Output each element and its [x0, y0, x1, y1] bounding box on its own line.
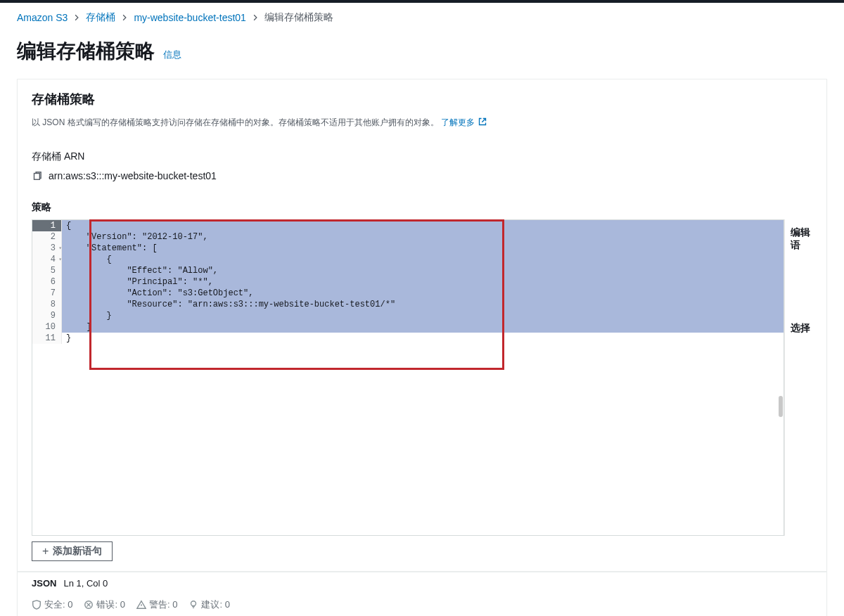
code-line[interactable]: }	[62, 310, 784, 321]
shield-icon	[32, 600, 41, 610]
info-link[interactable]: 信息	[163, 49, 181, 61]
diag-suggestions-text: 建议: 0	[201, 598, 229, 611]
gutter-line-8: 8	[32, 299, 61, 310]
scrollbar-thumb[interactable]	[779, 396, 783, 417]
gutter-line-4: 4▾	[32, 254, 61, 265]
code-line[interactable]: "Statement": [	[62, 243, 784, 254]
error-icon	[84, 600, 94, 610]
gutter-line-11: 11	[32, 333, 61, 344]
gutter-line-10: 10	[32, 321, 61, 333]
diag-suggestions[interactable]: 建议: 0	[188, 598, 229, 611]
plus-icon: +	[42, 545, 49, 558]
editor-wrap: 1 2 3▾ 4▾ 5 6 7 8 9 10 11 { "V	[18, 219, 826, 536]
diag-errors-text: 错误: 0	[96, 598, 124, 611]
policy-editor[interactable]: 1 2 3▾ 4▾ 5 6 7 8 9 10 11 { "V	[32, 219, 784, 536]
add-statement-label: 添加新语句	[53, 545, 102, 558]
code-line[interactable]: "Principal": "*",	[62, 276, 784, 288]
diag-warnings-text: 警告: 0	[149, 598, 177, 611]
code-line[interactable]: {	[62, 254, 784, 265]
gutter-line-6: 6	[32, 276, 61, 288]
code-line[interactable]: }	[62, 333, 784, 344]
policy-label: 策略	[18, 193, 826, 219]
arn-label: 存储桶 ARN	[18, 141, 826, 167]
breadcrumb-s3[interactable]: Amazon S3	[17, 12, 68, 23]
learn-more-link[interactable]: 了解更多	[441, 117, 487, 127]
page-content: Amazon S3 存储桶 my-website-bucket-test01 编…	[0, 3, 844, 616]
external-link-icon	[478, 117, 487, 129]
chevron-right-icon	[121, 12, 128, 23]
json-tag: JSON	[32, 578, 56, 589]
code-line[interactable]: "Action": "s3:GetObject",	[62, 288, 784, 299]
svg-point-2	[191, 601, 196, 606]
policy-panel: 存储桶策略 以 JSON 格式编写的存储桶策略支持访问存储在存储桶中的对象。存储…	[17, 79, 827, 616]
diag-errors[interactable]: 错误: 0	[84, 598, 124, 611]
lightbulb-icon	[188, 600, 198, 610]
line-gutter: 1 2 3▾ 4▾ 5 6 7 8 9 10 11	[32, 220, 62, 344]
add-statement-button[interactable]: + 添加新语句	[32, 541, 113, 561]
breadcrumb-bucket-name[interactable]: my-website-bucket-test01	[134, 12, 246, 23]
chevron-right-icon	[73, 12, 80, 23]
editor-sidebar: 编辑语 选择	[784, 219, 812, 536]
warning-icon	[136, 600, 146, 610]
code-line[interactable]: {	[62, 220, 784, 231]
svg-rect-0	[34, 173, 40, 179]
arn-value: arn:aws:s3:::my-website-bucket-test01	[49, 170, 217, 181]
panel-description: 以 JSON 格式编写的存储桶策略支持访问存储在存储桶中的对象。存储桶策略不适用…	[18, 116, 826, 141]
diag-security-text: 安全: 0	[44, 598, 72, 611]
page-header: 编辑存储桶策略 信息	[0, 32, 844, 79]
gutter-line-1: 1	[32, 220, 61, 231]
breadcrumb-buckets[interactable]: 存储桶	[86, 11, 115, 24]
code-line[interactable]: ]	[62, 321, 784, 333]
diagnostics-bar: 安全: 0 错误: 0 警告: 0 建议: 0	[18, 594, 826, 616]
page-title: 编辑存储桶策略	[17, 38, 155, 65]
breadcrumb: Amazon S3 存储桶 my-website-bucket-test01 编…	[0, 3, 844, 32]
gutter-line-7: 7	[32, 288, 61, 299]
chevron-right-icon	[252, 12, 259, 23]
copy-icon[interactable]	[32, 171, 41, 181]
gutter-line-2: 2	[32, 231, 61, 243]
select-label[interactable]: 选择	[791, 322, 812, 335]
gutter-line-5: 5	[32, 265, 61, 276]
panel-desc-text: 以 JSON 格式编写的存储桶策略支持访问存储在存储桶中的对象。存储桶策略不适用…	[32, 117, 439, 127]
diag-security[interactable]: 安全: 0	[32, 598, 72, 611]
breadcrumb-current: 编辑存储桶策略	[264, 11, 333, 24]
arn-row: arn:aws:s3:::my-website-bucket-test01	[18, 167, 826, 193]
add-statement-row: + 添加新语句	[18, 536, 826, 561]
status-bar: JSON Ln 1, Col 0	[18, 572, 826, 594]
gutter-line-9: 9	[32, 310, 61, 321]
code-line[interactable]: "Version": "2012-10-17",	[62, 231, 784, 243]
code-line[interactable]: "Resource": "arn:aws:s3:::my-website-buc…	[62, 299, 784, 310]
code-body[interactable]: { "Version": "2012-10-17", "Statement": …	[62, 220, 784, 344]
diag-warnings[interactable]: 警告: 0	[136, 598, 177, 611]
panel-title: 存储桶策略	[32, 91, 812, 108]
edit-statements-label[interactable]: 编辑语	[791, 226, 812, 252]
panel-header: 存储桶策略	[18, 79, 826, 116]
cursor-position: Ln 1, Col 0	[63, 578, 108, 589]
gutter-line-3: 3▾	[32, 243, 61, 254]
code-line[interactable]: "Effect": "Allow",	[62, 265, 784, 276]
